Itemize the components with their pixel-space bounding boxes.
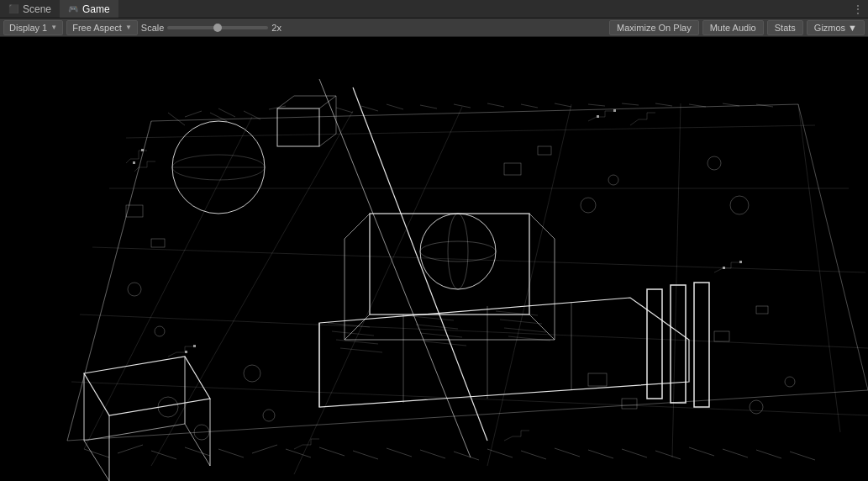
tab-scene-label: Scene: [23, 3, 51, 15]
gizmos-button[interactable]: Gizmos ▼: [807, 20, 865, 35]
tab-game[interactable]: 🎮 Game: [60, 0, 118, 18]
tab-bar: ⬛ Scene 🎮 Game ⋮: [0, 0, 868, 18]
maximize-label: Maximize On Play: [617, 23, 692, 33]
gizmos-arrow-icon: ▼: [848, 23, 857, 33]
stats-button[interactable]: Stats: [767, 20, 803, 35]
svg-rect-132: [613, 109, 616, 112]
toolbar-right: Maximize On Play Mute Audio Stats Gizmos…: [609, 20, 865, 35]
aspect-arrow-icon: ▼: [125, 24, 132, 31]
svg-rect-129: [133, 161, 135, 164]
gizmos-label: Gizmos: [814, 23, 845, 33]
svg-rect-134: [739, 261, 742, 263]
maximize-on-play-button[interactable]: Maximize On Play: [609, 20, 699, 35]
scale-container: Scale 2x: [141, 23, 281, 33]
scale-label: Scale: [141, 23, 165, 33]
stats-label: Stats: [775, 23, 796, 33]
aspect-selector[interactable]: Free Aspect ▼: [66, 20, 138, 35]
display-label: Display 1: [9, 23, 47, 33]
scale-value: 2x: [271, 23, 281, 33]
display-selector[interactable]: Display 1 ▼: [3, 20, 63, 35]
game-icon: 🎮: [68, 4, 78, 13]
tab-game-label: Game: [82, 3, 110, 15]
game-viewport[interactable]: [0, 37, 868, 481]
display-arrow-icon: ▼: [50, 24, 57, 31]
mute-audio-button[interactable]: Mute Audio: [702, 20, 764, 35]
svg-rect-136: [193, 345, 196, 347]
svg-rect-0: [0, 37, 868, 481]
scene-icon: ⬛: [8, 4, 18, 13]
scene-render: [0, 37, 868, 481]
svg-rect-133: [723, 267, 725, 269]
aspect-label: Free Aspect: [72, 23, 122, 33]
toolbar: Display 1 ▼ Free Aspect ▼ Scale 2x Maxim…: [0, 18, 868, 37]
svg-rect-130: [141, 149, 144, 151]
scale-slider[interactable]: [167, 26, 268, 29]
tab-scene[interactable]: ⬛ Scene: [0, 0, 60, 18]
svg-rect-131: [597, 115, 599, 118]
scale-thumb: [213, 24, 222, 32]
mute-label: Mute Audio: [710, 23, 756, 33]
svg-rect-135: [185, 351, 187, 353]
tab-more-button[interactable]: ⋮: [848, 3, 868, 15]
